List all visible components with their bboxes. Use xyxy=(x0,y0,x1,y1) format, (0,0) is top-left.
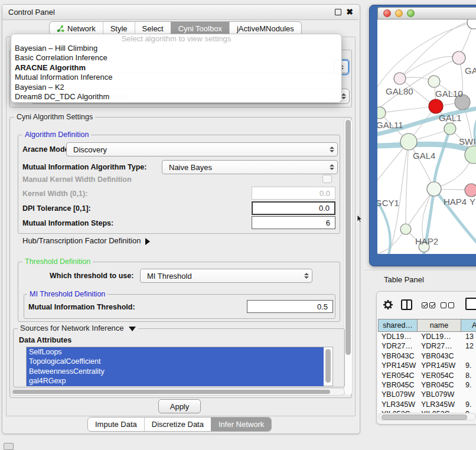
combobox-spinner xyxy=(327,143,337,156)
node-gal1-selected[interactable] xyxy=(429,99,443,113)
split-panel-icon[interactable] xyxy=(401,299,412,310)
popup-item-bayesian-k2[interactable]: Bayesian – K2 xyxy=(11,83,341,92)
control-panel-titlebar[interactable]: Control Panel ✖ xyxy=(2,5,358,20)
minimize-window-button[interactable] xyxy=(395,9,403,17)
network-canvas[interactable]: GAL80 GAL10 GAL1 GAL11 SWI4 GAL4 GCY1 HA… xyxy=(377,19,476,254)
popup-placeholder: Select algorithm to view settings xyxy=(11,34,341,44)
which-threshold-value: MI Threshold xyxy=(141,272,301,281)
node-swi4[interactable] xyxy=(444,123,456,135)
label-gcy1: GCY1 xyxy=(377,198,399,208)
settings-horizontal-scrollbar-thumb[interactable] xyxy=(12,390,330,394)
label-y-partial: Y xyxy=(470,197,475,207)
column-header-partial[interactable]: A xyxy=(461,319,476,332)
manual-kernel-width-checkbox[interactable] xyxy=(322,175,332,183)
float-window-icon[interactable] xyxy=(335,9,341,15)
tab-style[interactable]: Style xyxy=(103,22,135,35)
collapsed-panel-icon[interactable] xyxy=(4,443,14,450)
network-window-titlebar[interactable] xyxy=(377,7,476,19)
kernel-width-label: Kernel Width (0,1): xyxy=(22,189,87,198)
gear-icon[interactable] xyxy=(382,299,394,311)
deselect-all-icon[interactable] xyxy=(441,302,446,308)
node-hap4[interactable] xyxy=(427,182,441,196)
mi-type-label: Mutual Information Algorithm Type: xyxy=(22,162,146,172)
list-item-topologicalcoefficient[interactable]: TopologicalCoefficient xyxy=(27,357,324,366)
node-unlabeled[interactable] xyxy=(467,19,476,29)
tab-network[interactable]: Network xyxy=(50,22,103,35)
table-horizontal-scrollbar-thumb[interactable] xyxy=(382,415,467,420)
disclosure-right-icon xyxy=(145,238,150,245)
node-gal-partial[interactable] xyxy=(452,51,465,64)
table-row[interactable]: YER054CYER054C8. xyxy=(378,371,476,380)
node-pink[interactable] xyxy=(465,184,476,197)
hub-definition-disclosure[interactable]: Hub/Transcription Factor Definition xyxy=(22,236,150,246)
tab-jactivemnodules[interactable]: jActiveMNodules xyxy=(229,22,301,35)
close-window-button[interactable] xyxy=(383,9,391,17)
table-row[interactable]: YBR045CYBR045C9. xyxy=(378,380,476,390)
aracne-mode-combobox[interactable]: Discovery xyxy=(66,142,338,156)
control-panel-title: Control Panel xyxy=(2,8,55,17)
mi-type-value: Naive Bayes xyxy=(162,163,327,172)
node-gal4[interactable] xyxy=(400,133,417,150)
cyni-algorithm-settings-title: Cyni Algorithm Settings xyxy=(14,113,95,121)
popup-item-basic-correlation[interactable]: Basic Correlation Inference xyxy=(11,53,341,63)
mi-steps-label: Mutual Information Steps: xyxy=(22,219,113,228)
algorithm-dropdown-popup: Select algorithm to view settings Bayesi… xyxy=(11,34,342,103)
node-hap2[interactable] xyxy=(400,224,411,234)
label-gal1: GAL1 xyxy=(439,113,461,123)
tab-infer-network[interactable]: Infer Network xyxy=(211,418,271,431)
label-gal-partial: GAL xyxy=(465,66,476,76)
table-horizontal-scrollbar[interactable] xyxy=(379,413,476,420)
table-row[interactable]: YBL079WYBL079W xyxy=(378,390,476,399)
tab-discretize-data[interactable]: Discretize Data xyxy=(144,418,211,431)
node-gal10[interactable] xyxy=(428,76,440,87)
mi-type-combobox[interactable]: Naive Bayes xyxy=(162,160,338,174)
list-scrollbar-thumb[interactable] xyxy=(325,349,331,383)
list-item-gal4rgexp[interactable]: gal4RGexp xyxy=(27,376,324,386)
sources-title: Sources for Network Inference xyxy=(20,324,124,332)
tab-select[interactable]: Select xyxy=(135,22,171,35)
node-gal11[interactable] xyxy=(377,107,386,119)
list-item-selfloops[interactable]: SelfLoops xyxy=(27,347,324,357)
network-nodes xyxy=(377,19,476,252)
settings-vertical-scrollbar[interactable] xyxy=(344,118,353,396)
popup-item-aracne[interactable]: ARACNE Algorithm xyxy=(11,63,341,73)
column-header-name[interactable]: name xyxy=(417,319,461,332)
column-header-shared-name[interactable]: shared… xyxy=(378,319,418,332)
tab-impute-data[interactable]: Impute Data xyxy=(88,418,144,431)
close-icon[interactable]: ✖ xyxy=(346,7,353,17)
new-table-icon[interactable] xyxy=(465,298,476,310)
label-swi4: SWI4 xyxy=(459,136,476,146)
kernel-width-field[interactable]: 0.0 xyxy=(252,187,335,200)
deselect-all-icon-2[interactable] xyxy=(448,302,454,308)
tab-cyni-toolbox[interactable]: Cyni Toolbox xyxy=(171,22,229,35)
mi-threshold-field[interactable]: 0.5 xyxy=(247,300,333,313)
label-hap4: HAP4 xyxy=(444,197,467,207)
table-row[interactable]: YPR145WYPR145W9. xyxy=(378,361,476,370)
list-item-betweennesscentrality[interactable]: BetweennessCentrality xyxy=(27,367,324,376)
mi-steps-field[interactable]: 6 xyxy=(252,216,335,229)
mi-threshold-group-title: MI Threshold Definition xyxy=(27,290,107,298)
select-all-icon[interactable] xyxy=(422,302,428,308)
tab-style-label: Style xyxy=(110,24,128,33)
table-row[interactable]: YBR043CYBR043C xyxy=(378,351,476,361)
table-row[interactable]: YDL19…YDL19…13 xyxy=(378,332,476,341)
popup-item-dream8[interactable]: Dream8 DC_TDC Algorithm xyxy=(11,92,341,102)
settings-horizontal-scrollbar[interactable] xyxy=(11,388,345,396)
which-threshold-combobox[interactable]: MI Threshold xyxy=(140,269,312,283)
aracne-mode-value: Discovery xyxy=(67,145,327,154)
select-all-icon-2[interactable] xyxy=(429,302,435,308)
apply-button[interactable]: Apply xyxy=(158,399,201,413)
node-table[interactable]: YDL19…YDL19…13 YDR27…YDR27…12 YBR043CYBR… xyxy=(378,332,476,413)
table-row[interactable]: YDR27…YDR27…12 xyxy=(378,341,476,351)
popup-item-bayesian-hill-climbing[interactable]: Bayesian – Hill Climbing xyxy=(11,44,341,53)
zoom-window-button[interactable] xyxy=(407,9,415,17)
table-row[interactable]: YLR345WYLR345W9. xyxy=(378,400,476,409)
label-gal10: GAL10 xyxy=(435,89,463,99)
node-gal80[interactable] xyxy=(394,73,406,84)
sources-disclosure[interactable]: Sources for Network Inference xyxy=(18,324,138,332)
settings-vertical-scrollbar-thumb[interactable] xyxy=(345,120,351,355)
dpi-tolerance-field[interactable]: 0.0 xyxy=(252,201,335,215)
tab-infer-network-label: Infer Network xyxy=(219,420,264,429)
popup-item-mutual-information[interactable]: Mutual Information Inference xyxy=(11,73,341,82)
mi-threshold-label: Mutual Information Threshold: xyxy=(28,302,135,312)
